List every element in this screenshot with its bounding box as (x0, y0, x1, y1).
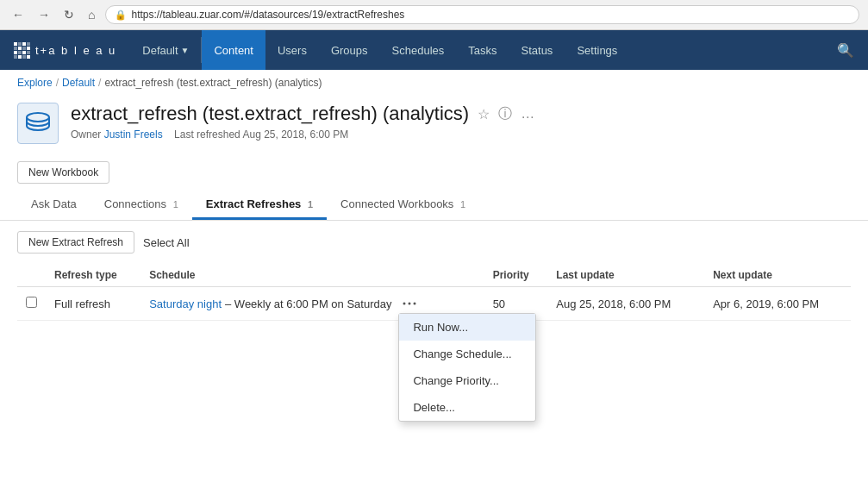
row-refresh-type: Full refresh (46, 287, 141, 321)
svg-point-3 (414, 303, 416, 305)
nav-item-default[interactable]: Default ▼ (130, 30, 201, 70)
database-svg-icon (24, 110, 52, 137)
lock-icon: 🔒 (115, 9, 127, 21)
context-menu-item-change-priority[interactable]: Change Priority... (399, 367, 535, 394)
tab-connections-badge: 1 (173, 199, 178, 210)
actions-icon (402, 296, 417, 311)
col-priority: Priority (484, 264, 548, 287)
breadcrumb-explore[interactable]: Explore (17, 77, 53, 89)
nav-item-status[interactable]: Status (509, 30, 565, 70)
nav-item-users[interactable]: Users (265, 30, 319, 70)
logo-area: t+a b l e a u (0, 42, 130, 59)
breadcrumb-current: extract_refresh (test.extract_refresh) (… (104, 77, 322, 89)
context-menu-item-run-now[interactable]: Run Now... (399, 314, 535, 341)
back-button[interactable]: ← (9, 6, 28, 23)
favorite-button[interactable]: ☆ (476, 104, 491, 124)
context-menu: Run Now... Change Schedule... Change Pri… (398, 313, 536, 422)
table-body: Full refresh Saturday night – Weekly at … (17, 287, 851, 321)
breadcrumb-sep-1: / (56, 77, 59, 89)
schedule-detail: – Weekly at 6:00 PM on Saturday (225, 297, 391, 310)
forward-button[interactable]: → (34, 6, 53, 23)
col-checkbox (17, 264, 46, 287)
nav-item-content[interactable]: Content (202, 30, 265, 70)
reload-button[interactable]: ↻ (60, 6, 78, 23)
top-nav: t+a b l e a u Default ▼ Content Users Gr… (0, 30, 868, 70)
chevron-down-icon: ▼ (181, 46, 190, 55)
owner-link[interactable]: Justin Freels (104, 128, 163, 141)
context-menu-item-change-schedule[interactable]: Change Schedule... (399, 341, 535, 367)
datasource-icon (17, 103, 59, 144)
table-row: Full refresh Saturday night – Weekly at … (17, 287, 851, 321)
action-bar: New Workbook (0, 154, 868, 191)
new-extract-refresh-button[interactable]: New Extract Refresh (17, 231, 134, 254)
breadcrumb: Explore / Default / extract_refresh (tes… (0, 70, 868, 96)
page-header-info: extract_refresh (test.extract_refresh) (… (71, 103, 851, 141)
col-schedule: Schedule (141, 264, 484, 287)
info-button[interactable]: ⓘ (496, 103, 514, 125)
row-actions-button[interactable] (398, 294, 421, 313)
nav-item-groups[interactable]: Groups (319, 30, 380, 70)
url-text: https://tableau.zuar.com/#/datasources/1… (131, 9, 404, 21)
new-workbook-button[interactable]: New Workbook (17, 161, 109, 184)
tabs-bar: Ask Data Connections 1 Extract Refreshes… (0, 191, 868, 221)
svg-point-0 (27, 113, 49, 122)
row-checkbox[interactable] (26, 297, 37, 308)
row-checkbox-cell[interactable] (17, 287, 46, 321)
owner-label: Owner (71, 128, 101, 141)
row-schedule: Saturday night – Weekly at 6:00 PM on Sa… (141, 287, 484, 321)
page-title-actions: ☆ ⓘ … (476, 103, 536, 125)
breadcrumb-default[interactable]: Default (62, 77, 95, 89)
tab-extract-refreshes[interactable]: Extract Refreshes 1 (192, 191, 327, 220)
home-button[interactable]: ⌂ (84, 6, 98, 23)
context-menu-wrapper: Run Now... Change Schedule... Change Pri… (398, 294, 421, 313)
content-area: New Extract Refresh Select All Refresh t… (0, 221, 868, 331)
logo-grid-icon (14, 42, 30, 59)
tab-connected-workbooks[interactable]: Connected Workbooks 1 (327, 191, 479, 220)
browser-bar: ← → ↻ ⌂ 🔒 https://tableau.zuar.com/#/dat… (0, 0, 868, 30)
content-toolbar: New Extract Refresh Select All (17, 231, 851, 254)
svg-point-1 (403, 303, 406, 305)
tab-ask-data[interactable]: Ask Data (17, 191, 91, 220)
page-header: extract_refresh (test.extract_refresh) (… (0, 96, 868, 154)
tab-connected-workbooks-badge: 1 (460, 199, 465, 210)
col-last-update: Last update (547, 264, 704, 287)
row-next-update: Apr 6, 2019, 6:00 PM (704, 287, 851, 321)
tableau-logo: t+a b l e a u (14, 42, 116, 59)
more-options-button[interactable]: … (519, 104, 536, 123)
logo-text: t+a b l e a u (35, 44, 116, 57)
last-refreshed-value: Aug 25, 2018, 6:00 PM (242, 128, 348, 141)
page-title-text: extract_refresh (test.extract_refresh) (… (71, 103, 469, 125)
context-menu-item-delete[interactable]: Delete... (399, 394, 535, 421)
url-bar[interactable]: 🔒 https://tableau.zuar.com/#/datasources… (105, 5, 859, 24)
page-title-row: extract_refresh (test.extract_refresh) (… (71, 103, 851, 125)
tab-extract-refreshes-badge: 1 (308, 199, 313, 210)
search-button[interactable]: 🔍 (823, 42, 868, 59)
nav-items: Default ▼ Content Users Groups Schedules… (130, 30, 629, 70)
row-action-area: Saturday night – Weekly at 6:00 PM on Sa… (149, 294, 475, 313)
schedule-link[interactable]: Saturday night (149, 297, 222, 310)
select-all-text[interactable]: Select All (143, 236, 189, 249)
table-header: Refresh type Schedule Priority Last upda… (17, 264, 851, 287)
last-refreshed-label: Last refreshed (174, 128, 240, 141)
nav-item-tasks[interactable]: Tasks (456, 30, 509, 70)
breadcrumb-sep-2: / (98, 77, 101, 89)
svg-point-2 (409, 303, 411, 305)
extract-refreshes-table: Refresh type Schedule Priority Last upda… (17, 264, 851, 321)
tab-connections[interactable]: Connections 1 (91, 191, 192, 220)
col-refresh-type: Refresh type (46, 264, 141, 287)
col-next-update: Next update (704, 264, 851, 287)
nav-item-schedules[interactable]: Schedules (380, 30, 457, 70)
row-last-update: Aug 25, 2018, 6:00 PM (547, 287, 704, 321)
nav-item-settings[interactable]: Settings (565, 30, 629, 70)
page-meta: Owner Justin Freels Last refreshed Aug 2… (71, 128, 851, 141)
